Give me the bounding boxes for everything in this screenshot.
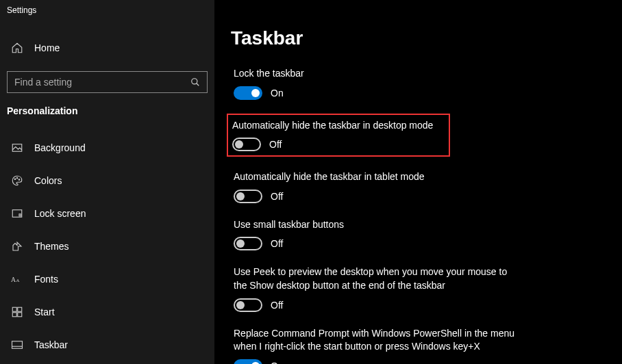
sidebar-item-background[interactable]: Background [0,131,214,164]
svg-rect-10 [12,307,16,311]
setting-peek: Use Peek to preview the desktop when you… [231,264,525,313]
palette-icon [11,174,23,187]
setting-small-buttons: Use small taskbar buttons Off [231,217,525,252]
themes-icon [11,240,23,252]
home-icon [11,42,23,54]
setting-label: Automatically hide the taskbar in deskto… [232,119,445,133]
sidebar-item-label: Lock screen [34,208,86,219]
svg-text:A: A [11,276,16,283]
setting-label: Automatically hide the taskbar in tablet… [234,170,523,184]
sidebar-item-themes[interactable]: Themes [0,230,214,263]
svg-line-1 [197,83,199,86]
window-title: Settings [0,0,214,21]
setting-label: Replace Command Prompt with Windows Powe… [234,327,523,354]
sidebar: Settings Home Personalization Background… [0,0,214,364]
page-title: Taskbar [231,27,606,49]
svg-point-3 [14,179,16,180]
toggle-state: Off [271,300,283,311]
svg-text:A: A [16,278,20,283]
setting-hide-desktop: Automatically hide the taskbar in deskto… [227,114,450,157]
sidebar-item-colors[interactable]: Colors [0,164,214,197]
sidebar-item-home[interactable]: Home [0,33,214,63]
sidebar-item-label: Fonts [34,274,58,285]
sidebar-item-lockscreen[interactable]: Lock screen [0,197,214,230]
sidebar-item-start[interactable]: Start [0,296,214,328]
sidebar-item-label: Start [34,307,55,317]
sidebar-item-label: Colors [34,175,62,186]
section-heading: Personalization [0,105,214,116]
search-icon [190,77,200,87]
home-label: Home [34,42,60,53]
toggle-state: Off [271,238,283,249]
setting-hide-tablet: Automatically hide the taskbar in tablet… [231,169,525,205]
picture-icon [11,142,23,154]
svg-rect-12 [12,313,16,317]
svg-point-5 [18,179,20,181]
toggle-lock-taskbar[interactable] [234,86,262,100]
setting-powershell: Replace Command Prompt with Windows Powe… [231,326,525,364]
svg-rect-14 [12,341,23,349]
search-input[interactable] [14,77,190,88]
svg-point-4 [16,178,18,179]
svg-rect-7 [19,214,21,216]
toggle-small-buttons[interactable] [234,237,262,250]
fonts-icon: AA [11,273,23,285]
main-content: Taskbar Lock the taskbar On Automaticall… [214,0,622,364]
toggle-hide-tablet[interactable] [234,190,262,203]
toggle-state: On [271,88,284,99]
taskbar-icon [11,339,23,351]
toggle-state: On [271,361,284,364]
setting-label: Lock the taskbar [234,67,523,81]
sidebar-item-label: Themes [34,241,69,252]
sidebar-item-label: Taskbar [34,339,68,350]
toggle-powershell[interactable] [234,359,262,364]
toggle-state: Off [269,139,282,150]
setting-label: Use Peek to preview the desktop when you… [234,265,523,292]
toggle-state: Off [271,191,283,202]
svg-rect-11 [18,307,22,311]
toggle-peek[interactable] [234,298,262,312]
svg-point-0 [192,79,197,84]
toggle-hide-desktop[interactable] [232,138,261,151]
sidebar-item-label: Background [34,142,86,153]
search-box[interactable] [7,71,208,93]
svg-rect-13 [18,313,22,317]
start-icon [11,306,23,318]
lockscreen-icon [11,207,23,220]
setting-label: Use small taskbar buttons [234,218,523,232]
sidebar-item-fonts[interactable]: AA Fonts [0,263,214,296]
sidebar-item-taskbar[interactable]: Taskbar [0,328,214,361]
setting-lock-taskbar: Lock the taskbar On [231,66,525,101]
